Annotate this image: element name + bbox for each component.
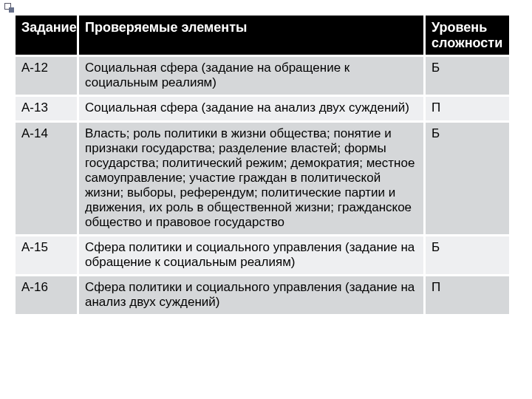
cell-elements: Социальная сфера (задание на анализ двух… [78, 96, 425, 121]
table-row: А-12 Социальная сфера (задание на обраще… [15, 56, 511, 96]
cell-task: А-14 [15, 121, 78, 235]
cell-level: Б [425, 121, 511, 235]
cell-elements: Сфера политики и социального управления … [78, 275, 425, 315]
header-level: Уровень сложности [425, 15, 511, 56]
cell-elements: Социальная сфера (задание на обращение к… [78, 56, 425, 96]
cell-level: П [425, 96, 511, 121]
cell-elements: Власть; роль политики в жизни общества; … [78, 121, 425, 235]
tasks-table: Задание Проверяемые элементы Уровень сло… [13, 13, 511, 316]
header-task: Задание [15, 15, 78, 56]
cell-task: А-13 [15, 96, 78, 121]
table-header-row: Задание Проверяемые элементы Уровень сло… [15, 15, 511, 56]
cell-level: Б [425, 56, 511, 96]
cell-task: А-16 [15, 275, 78, 315]
cell-level: Б [425, 235, 511, 275]
cell-task: А-12 [15, 56, 78, 96]
cell-level: П [425, 275, 511, 315]
slide-bullet-icon [4, 3, 15, 13]
table-row: А-15 Сфера политики и социального управл… [15, 235, 511, 275]
table-row: А-14 Власть; роль политики в жизни общес… [15, 121, 511, 235]
cell-elements: Сфера политики и социального управления … [78, 235, 425, 275]
cell-task: А-15 [15, 235, 78, 275]
header-elements: Проверяемые элементы [78, 15, 425, 56]
table-row: А-16 Сфера политики и социального управл… [15, 275, 511, 315]
table-row: А-13 Социальная сфера (задание на анализ… [15, 96, 511, 121]
